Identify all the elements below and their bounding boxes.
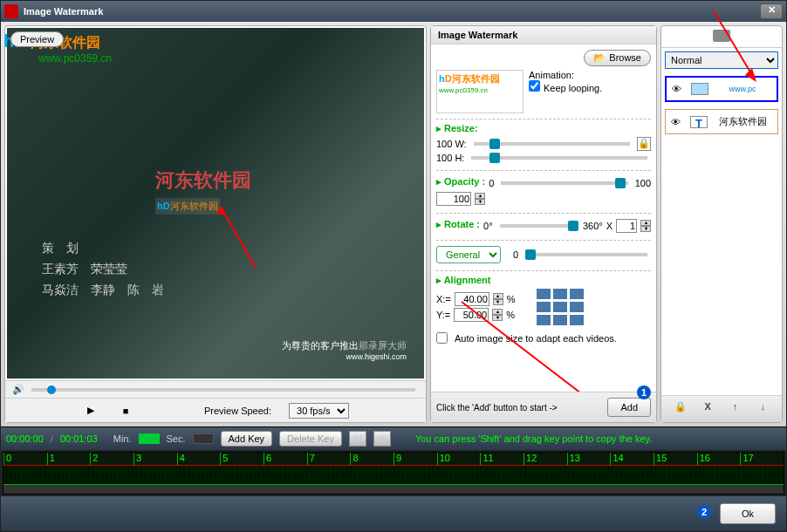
video-subtitle: 为尊贵的客户推出那录屏大师 www.higeshi.com xyxy=(282,338,407,361)
visibility-icon[interactable]: 👁 xyxy=(672,84,686,94)
delete-layer-button[interactable]: X xyxy=(699,401,716,417)
opacity-spinner[interactable]: ▴▾ xyxy=(475,193,485,205)
timeline-hint: You can press 'Shift' and drag key point… xyxy=(415,433,652,444)
layer-item-text[interactable]: 👁 T 河东软件园 xyxy=(665,109,778,134)
move-down-button[interactable]: ↓ xyxy=(754,401,771,417)
watermark-settings: Image Watermark Browse hD河东软件园www.pc0359… xyxy=(430,25,657,423)
timecode-total: 00:01:03 xyxy=(60,433,98,444)
min-indicator[interactable] xyxy=(139,433,160,444)
layer-tools: 🔒 X ↑ ↓ xyxy=(661,395,782,422)
general-select[interactable]: General xyxy=(436,246,501,263)
volume-bar: 🔊 xyxy=(5,380,426,398)
align-br[interactable] xyxy=(570,315,584,325)
align-mc[interactable] xyxy=(553,302,567,312)
lock-aspect-icon[interactable]: 🔒 xyxy=(637,137,651,151)
layer-item-image[interactable]: 👁 www.pc xyxy=(665,76,778,102)
sec-indicator[interactable] xyxy=(193,433,214,444)
layers-header-icon xyxy=(661,26,782,48)
general-slider[interactable] xyxy=(525,253,647,256)
watermark-logo-mid[interactable]: hD河东软件园 xyxy=(155,198,220,215)
move-up-button[interactable]: ↑ xyxy=(727,401,744,417)
volume-icon[interactable]: 🔊 xyxy=(10,384,26,395)
window-title: Image Watermark xyxy=(24,6,760,17)
bottom-bar: 2 Ok xyxy=(1,496,786,531)
align-mr[interactable] xyxy=(570,302,584,312)
app-window: Image Watermark ✕ Preview hD河东软件园 www.pc… xyxy=(0,0,787,532)
rotate-spinner[interactable]: ▴▾ xyxy=(640,220,651,232)
align-tr[interactable] xyxy=(570,289,584,299)
watermark-thumbnail[interactable]: hD河东软件园www.pc0359.cn xyxy=(436,70,524,113)
align-ml[interactable] xyxy=(537,302,551,312)
timeline-track[interactable] xyxy=(3,465,784,485)
height-slider[interactable] xyxy=(471,156,647,160)
alignment-header[interactable]: Alignment xyxy=(436,275,651,286)
stop-button[interactable]: ■ xyxy=(117,402,134,419)
video-preview[interactable]: Preview hD河东软件园 www.pc0359.cn 河东软件园 hD河东… xyxy=(7,28,424,379)
align-bc[interactable] xyxy=(553,315,567,325)
step-badge-2: 2 xyxy=(697,505,711,519)
add-button[interactable]: Add xyxy=(607,398,651,417)
titlebar: Image Watermark ✕ xyxy=(1,1,786,22)
alignment-section: Alignment X:=▴▾% Y:=▴▾% xyxy=(436,270,651,331)
timeline: 00:00:00 / 00:01:03 Min. Sec. Add Key De… xyxy=(1,426,786,496)
general-section: General0 xyxy=(436,240,651,269)
image-layer-icon xyxy=(691,83,708,95)
delete-key-button[interactable]: Delete Key xyxy=(279,431,342,447)
timeline-scrollbar[interactable] xyxy=(3,485,784,494)
align-tl[interactable] xyxy=(537,289,551,299)
resize-header[interactable]: Resize: xyxy=(436,123,651,134)
timeline-toolbar: 00:00:00 / 00:01:03 Min. Sec. Add Key De… xyxy=(1,427,786,450)
fps-label: Preview Speed: xyxy=(204,406,271,416)
step-badge-1: 1 xyxy=(637,385,651,399)
add-row: Click the 'Add' button to start -> Add 1 xyxy=(431,392,656,422)
blend-mode-select[interactable]: Normal xyxy=(665,51,778,69)
layers-panel: Normal 👁 www.pc 👁 T 河东软件园 🔒 X ↑ ↓ xyxy=(660,25,783,423)
visibility-icon[interactable]: 👁 xyxy=(671,117,685,127)
fps-select[interactable]: 30 fps/s xyxy=(289,403,349,419)
lock-layer-button[interactable]: 🔒 xyxy=(672,401,689,417)
playback-bar: ▶ ■ Preview Speed: 30 fps/s xyxy=(5,398,426,422)
keep-looping-checkbox[interactable]: Keep looping. xyxy=(529,83,602,93)
x-input[interactable] xyxy=(455,292,489,306)
overlay-text: 河东软件园 xyxy=(155,167,251,194)
y-input[interactable] xyxy=(454,308,489,322)
opacity-input[interactable] xyxy=(436,192,471,206)
align-bl[interactable] xyxy=(537,315,551,325)
align-tc[interactable] xyxy=(553,289,567,299)
timecode-current: 00:00:00 xyxy=(6,433,44,444)
animation-options: Animation: Keep looping. xyxy=(529,70,651,113)
settings-panel: Image Watermark Browse hD河东软件园www.pc0359… xyxy=(430,25,657,423)
preview-panel: Preview hD河东软件园 www.pc0359.cn 河东软件园 hD河东… xyxy=(4,25,427,423)
volume-slider[interactable] xyxy=(31,388,415,392)
width-slider[interactable] xyxy=(474,142,630,146)
video-credits: 策 划 王素芳 荣莹莹 马焱洁 李静 陈 岩 xyxy=(42,237,164,300)
close-button[interactable]: ✕ xyxy=(760,3,783,19)
play-button[interactable]: ▶ xyxy=(82,402,99,419)
timeline-ruler[interactable]: 01234567891011121314151617 xyxy=(3,452,784,494)
resize-section: Resize: 100 W:🔒 100 H: xyxy=(436,119,651,168)
browse-button[interactable]: Browse xyxy=(584,50,651,66)
opacity-section: Opacity :0100 ▴▾ xyxy=(436,170,651,211)
auto-size-checkbox[interactable]: Auto image size to adapt each videos. xyxy=(436,332,651,344)
ok-button[interactable]: Ok xyxy=(720,503,776,524)
rotate-input[interactable] xyxy=(616,219,637,233)
app-icon xyxy=(4,4,18,18)
prev-key-button[interactable]: ⏮ xyxy=(349,431,366,447)
text-layer-icon: T xyxy=(690,116,708,128)
rotate-section: Rotate :0°360°X▴▾ xyxy=(436,213,651,238)
rotate-slider[interactable] xyxy=(500,224,576,228)
add-key-button[interactable]: Add Key xyxy=(221,431,273,447)
preview-button[interactable]: Preview xyxy=(10,31,64,47)
panel-title: Image Watermark xyxy=(431,26,656,44)
alignment-grid xyxy=(537,289,584,325)
add-hint: Click the 'Add' button to start -> xyxy=(436,403,600,413)
next-key-button[interactable]: ⏭ xyxy=(373,431,391,447)
main-area: Preview hD河东软件园 www.pc0359.cn 河东软件园 hD河东… xyxy=(1,22,786,426)
opacity-slider[interactable] xyxy=(501,181,627,185)
